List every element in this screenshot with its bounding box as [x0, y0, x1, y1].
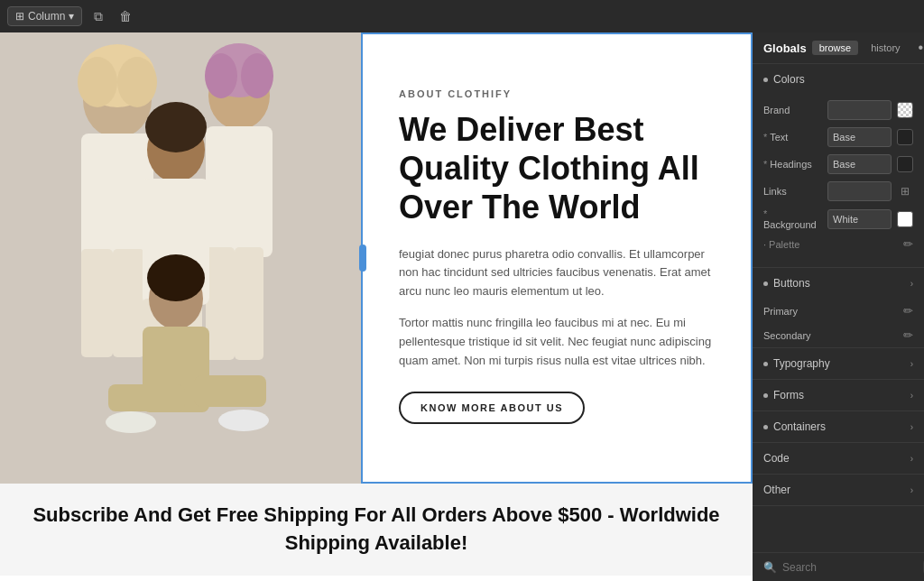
chevron-down-icon: ▾ [69, 10, 74, 23]
color-swatch-text[interactable] [897, 129, 913, 145]
section-dot-icon-containers [763, 425, 768, 429]
panel-more-icon[interactable]: ••• [919, 40, 924, 56]
secondary-edit-icon[interactable]: ✏ [903, 328, 913, 342]
right-panel: Globals browse history ••• ✕ Colors Bran… [753, 32, 924, 581]
color-label-headings: Headings [763, 159, 822, 170]
section-dot-icon [763, 78, 768, 82]
btn-row-secondary: Secondary ✏ [753, 323, 924, 347]
svg-rect-14 [235, 247, 263, 360]
resize-handle[interactable] [359, 244, 366, 272]
section-typography: Typography › [753, 348, 924, 380]
btn-row-primary: Primary ✏ [753, 299, 924, 323]
svg-point-3 [78, 57, 117, 107]
tab-browse[interactable]: browse [812, 41, 858, 55]
svg-point-21 [147, 254, 205, 301]
svg-rect-23 [108, 384, 185, 411]
chevron-icon-buttons: › [910, 279, 913, 289]
section-forms-header[interactable]: Forms › [753, 380, 924, 410]
svg-point-26 [218, 410, 269, 431]
search-input[interactable] [782, 561, 918, 574]
svg-rect-7 [113, 249, 144, 357]
section-code-header[interactable]: Code › [753, 443, 924, 474]
color-input-brand[interactable] [827, 100, 892, 120]
buttons-section-label: Buttons [773, 277, 810, 290]
column-label: Column [28, 10, 65, 23]
color-value-headings: Base [833, 159, 855, 170]
column-button[interactable]: ⊞ Column ▾ [7, 6, 82, 26]
main-layout: ABOUT CLOTHIFY We Deliver Best Quality C… [0, 32, 924, 581]
canvas-area: ABOUT CLOTHIFY We Deliver Best Quality C… [0, 32, 753, 581]
know-more-button[interactable]: KNOW MORE ABOUT US [399, 392, 585, 424]
color-label-background: Background [763, 208, 822, 230]
colors-section-label: Colors [773, 73, 805, 86]
delete-button[interactable]: 🗑 [115, 6, 136, 26]
section-colors-header[interactable]: Colors [753, 64, 924, 95]
colors-content: Brand Text Base Headings Base [753, 95, 924, 267]
tab-history[interactable]: history [864, 41, 907, 55]
color-row-text: Text Base [763, 127, 913, 147]
bottom-banner-text: Subscribe And Get Free Shipping For All … [18, 502, 735, 558]
color-swatch-background[interactable] [897, 211, 913, 227]
svg-rect-12 [206, 126, 273, 257]
color-input-headings[interactable]: Base [827, 154, 892, 174]
svg-rect-24 [194, 375, 266, 407]
color-swatch-headings[interactable] [897, 156, 913, 172]
bottom-banner: Subscribe And Get Free Shipping For All … [0, 484, 753, 576]
hero-para-1: feugiat donec purus pharetra odio conval… [399, 245, 715, 301]
btn-label-primary: Primary [763, 306, 903, 317]
about-label: ABOUT CLOTHIFY [399, 88, 715, 99]
hero-para-2: Tortor mattis nunc fringilla leo faucibu… [399, 314, 715, 370]
other-section-label: Other [763, 484, 790, 496]
people-illustration [0, 32, 361, 484]
color-label-text: Text [763, 132, 822, 143]
color-label-palette: · Palette [763, 239, 822, 250]
svg-point-11 [241, 53, 273, 98]
search-icon: 🔍 [763, 561, 777, 574]
section-containers: Containers › [753, 411, 924, 443]
svg-point-25 [106, 411, 156, 433]
forms-section-label: Forms [773, 389, 804, 401]
section-other-header[interactable]: Other › [753, 475, 924, 505]
color-input-text[interactable]: Base [827, 127, 892, 147]
chevron-icon-other: › [910, 485, 913, 495]
panel-search-bar: 🔍 modified [753, 552, 924, 581]
section-dot-icon-forms [763, 393, 768, 398]
svg-point-4 [117, 57, 157, 107]
palette-edit-icon[interactable]: ✏ [903, 237, 913, 251]
section-other: Other › [753, 475, 924, 506]
copy-button[interactable]: ⧉ [89, 6, 107, 27]
svg-rect-6 [81, 249, 113, 357]
hero-image-placeholder [0, 32, 361, 484]
color-swatch-links[interactable]: ⊞ [897, 183, 913, 199]
chevron-icon-typography: › [910, 359, 913, 369]
panel-title: Globals [763, 42, 807, 55]
chevron-icon-containers: › [910, 422, 913, 432]
code-section-label: Code [763, 452, 790, 465]
chevron-icon-forms: › [910, 391, 913, 401]
color-swatch-brand[interactable] [897, 102, 913, 118]
color-value-text: Base [833, 132, 855, 143]
section-typography-header[interactable]: Typography › [753, 348, 924, 379]
color-value-background: White [833, 214, 858, 225]
hero-image [0, 32, 361, 484]
typography-section-label: Typography [773, 357, 830, 370]
chevron-icon-code: › [910, 454, 913, 464]
containers-section-label: Containers [773, 420, 826, 433]
section-buttons-header[interactable]: Buttons › [753, 268, 924, 299]
section-colors: Colors Brand Text Base [753, 64, 924, 268]
btn-label-secondary: Secondary [763, 330, 903, 341]
color-label-links: Links [763, 186, 822, 197]
top-bar: ⊞ Column ▾ ⧉ 🗑 [0, 0, 924, 32]
primary-edit-icon[interactable]: ✏ [903, 304, 913, 318]
section-containers-header[interactable]: Containers › [753, 411, 924, 442]
color-input-background[interactable]: White [827, 209, 892, 229]
section-dot-icon-typography [763, 362, 768, 366]
column-icon: ⊞ [15, 10, 24, 23]
svg-point-10 [205, 53, 237, 98]
color-row-headings: Headings Base [763, 154, 913, 174]
color-label-brand: Brand [763, 105, 822, 115]
section-dot-icon-buttons [763, 281, 768, 286]
color-row-links: Links ⊞ [763, 181, 913, 201]
color-input-links[interactable] [827, 181, 892, 201]
panel-header: Globals browse history ••• ✕ [753, 32, 924, 64]
